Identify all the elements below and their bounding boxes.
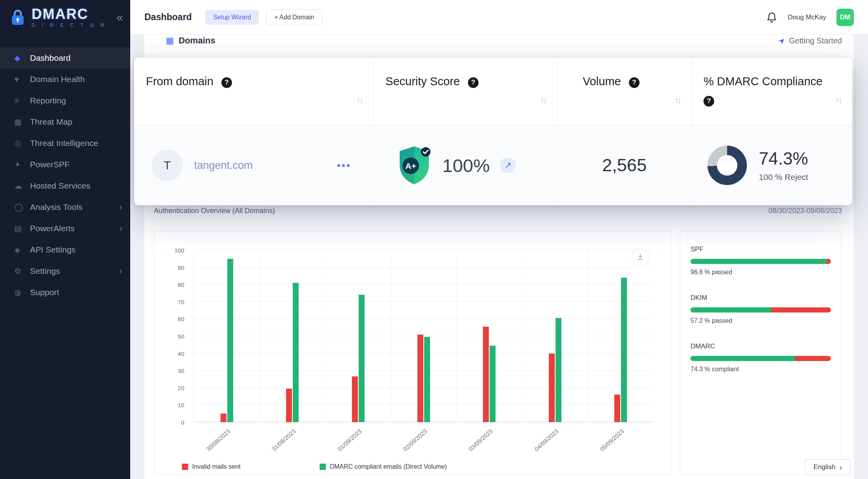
sidebar-item-poweralerts[interactable]: ▤ PowerAlerts › <box>0 218 130 239</box>
sidebar-item-label: Domain Health <box>30 75 85 84</box>
summary-text: 96.8 % passed <box>690 269 831 276</box>
bar[interactable] <box>417 335 423 422</box>
sidebar-item-threat-map[interactable]: ▦ Threat Map <box>0 111 130 133</box>
sort-icon[interactable]: ↑↓ <box>674 95 680 105</box>
cell-dmarc-compliance: 74.3% 100 % Reject <box>691 125 852 205</box>
sidebar-item-label: Analysis Tools <box>30 202 82 212</box>
sidebar-item-powerspf[interactable]: ✦ PowerSPF <box>0 154 130 175</box>
compliance-percentage: 74.3% <box>759 149 808 168</box>
language-selector[interactable]: English › <box>805 459 851 475</box>
y-tick-label: 50 <box>178 333 184 340</box>
dashboard-icon: ◆ <box>14 53 27 63</box>
app-root: DMARC D I R E C T O R « ◆ Dashboard ♥ Do… <box>0 0 868 479</box>
bar[interactable] <box>424 337 430 422</box>
sidebar-item-settings[interactable]: ⚙ Settings › <box>0 260 130 282</box>
user-name[interactable]: Doug McKay <box>788 13 826 21</box>
security-grade: A+ <box>402 161 419 171</box>
bar[interactable] <box>549 354 555 422</box>
bar[interactable] <box>556 318 561 422</box>
summary-item-dkim: DKIM 57.2 % passed <box>690 294 831 324</box>
topbar-right: Doug McKay DM <box>766 9 854 26</box>
open-score-link-icon[interactable]: ↗ <box>500 157 516 173</box>
column-label: From domain <box>146 75 213 88</box>
row-actions-menu-icon[interactable]: ••• <box>337 159 351 172</box>
y-tick-label: 60 <box>178 316 184 322</box>
sidebar-item-api-settings[interactable]: ◈ API Settings <box>0 239 130 260</box>
auth-overview-date-range[interactable]: 08/30/2023-09/06/2023 <box>769 207 842 215</box>
avatar[interactable]: DM <box>836 9 854 26</box>
sidebar-item-analysis-tools[interactable]: ◯ Analysis Tools › <box>0 196 130 218</box>
column-label: % DMARC Compliance <box>703 75 822 88</box>
compliance-note: 100 % Reject <box>759 172 808 182</box>
x-tick-label: 01/09/2023 <box>336 428 363 453</box>
chevron-right-icon: › <box>119 202 122 213</box>
summary-item-spf: SPF 96.8 % passed <box>690 245 831 276</box>
domain-link[interactable]: tangent.com <box>194 159 253 172</box>
bar[interactable] <box>483 327 489 422</box>
bar[interactable] <box>621 278 627 422</box>
sidebar-item-label: Reporting <box>30 96 66 105</box>
sidebar-item-label: Settings <box>30 266 60 276</box>
sort-icon[interactable]: ↑↓ <box>356 95 362 105</box>
column-header-from-domain[interactable]: From domain ? ↑↓ <box>134 58 373 125</box>
bar[interactable] <box>286 389 292 422</box>
x-tick-label: 30/08/2023 <box>205 428 231 453</box>
help-icon[interactable]: ? <box>629 77 640 88</box>
auth-overview-chart-card: 0102030405060708090100 30/08/202331/08/2… <box>154 231 672 475</box>
sidebar-item-hosted-services[interactable]: ☁ Hosted Services <box>0 175 130 196</box>
help-icon[interactable]: ? <box>468 77 479 88</box>
sidebar-collapse-icon[interactable]: « <box>116 11 123 23</box>
bar-pass-segment <box>690 259 827 264</box>
rocket-icon: ➤ <box>776 35 788 47</box>
sidebar-item-domain-health[interactable]: ♥ Domain Health <box>0 69 130 90</box>
sidebar-item-dashboard[interactable]: ◆ Dashboard <box>0 47 130 69</box>
getting-started-link[interactable]: ➤ Getting Started <box>778 36 842 45</box>
column-label: Security Score <box>385 75 460 88</box>
summary-bar <box>690 307 831 312</box>
sort-icon[interactable]: ↑↓ <box>835 95 841 105</box>
bar[interactable] <box>614 395 620 422</box>
help-icon[interactable]: ? <box>703 96 714 107</box>
bar[interactable] <box>359 295 365 422</box>
chevron-right-icon: › <box>119 266 122 277</box>
chevron-right-icon: › <box>119 223 122 234</box>
sidebar-item-support[interactable]: ◍ Support <box>0 282 130 303</box>
bar[interactable] <box>221 414 226 422</box>
help-icon[interactable]: ? <box>221 77 232 88</box>
column-header-dmarc-compliance[interactable]: % DMARC Compliance ? ↑↓ <box>691 58 852 125</box>
bar[interactable] <box>352 376 358 422</box>
column-header-volume[interactable]: Volume ? ↑↓ <box>557 58 691 125</box>
sidebar-item-threat-intelligence[interactable]: ◎ Threat Intelligence <box>0 133 130 154</box>
bar-pass-segment <box>690 356 795 361</box>
sidebar-item-reporting[interactable]: ≡ Reporting <box>0 90 130 111</box>
notification-bell-icon[interactable] <box>766 11 778 23</box>
sort-icon[interactable]: ↑↓ <box>540 95 546 105</box>
auth-summary-panel: SPF 96.8 % passed DKIM 57.2 % passed DMA… <box>680 231 842 475</box>
bar-group <box>588 250 653 422</box>
x-tick-label: 04/09/2023 <box>533 428 559 453</box>
y-tick-label: 80 <box>178 281 184 288</box>
column-header-security-score[interactable]: Security Score ? ↑↓ <box>373 58 557 125</box>
bar-group <box>522 250 587 422</box>
support-icon: ◍ <box>14 288 27 297</box>
legend-item-compliant[interactable]: DMARC compliant emails (Direct Volume) <box>320 463 447 470</box>
bar[interactable] <box>490 346 496 422</box>
settings-icon: ⚙ <box>14 266 27 276</box>
chart-plot: 30/08/202331/08/202301/09/202302/09/2023… <box>194 250 653 422</box>
x-tick-label: 05/09/2023 <box>599 428 625 453</box>
bar-pass-segment <box>690 307 771 312</box>
api-settings-icon: ◈ <box>14 245 27 254</box>
domains-label: Domains <box>179 36 215 46</box>
bar[interactable] <box>293 283 299 422</box>
legend-label: Invalid mails sent <box>192 463 241 470</box>
domains-grid-icon: ▦ <box>166 36 174 46</box>
bar-fail-segment <box>771 307 831 312</box>
volume-value: 2,565 <box>602 155 647 176</box>
add-domain-button[interactable]: + Add Domain <box>266 9 322 25</box>
table-row[interactable]: T tangent.com ••• <box>134 125 852 205</box>
column-label: Volume <box>583 75 621 88</box>
setup-wizard-button[interactable]: Setup Wizard <box>205 10 259 25</box>
bar[interactable] <box>227 259 233 422</box>
legend-item-invalid[interactable]: Invalid mails sent <box>182 463 241 470</box>
topbar: Dashboard Setup Wizard + Add Domain Doug… <box>130 0 868 35</box>
